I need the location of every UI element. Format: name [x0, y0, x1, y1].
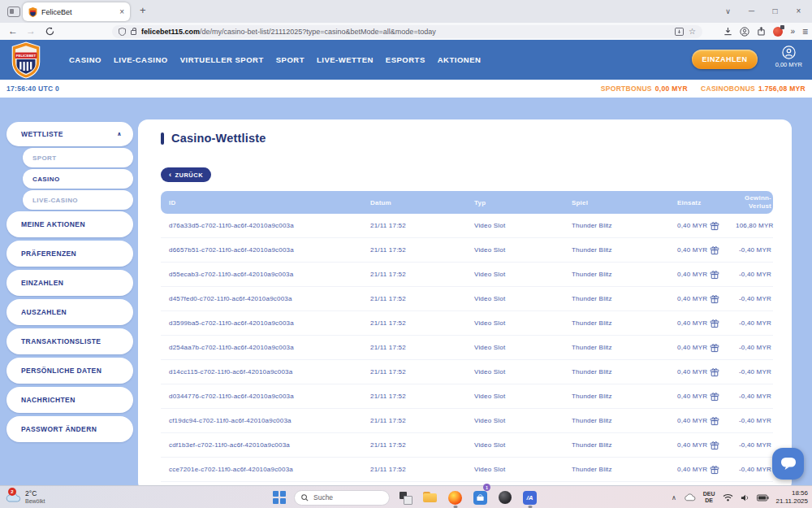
wifi-icon[interactable] [723, 493, 733, 501]
cell-gewinn-verlust: -0,40 MYR [736, 319, 773, 327]
deposit-button[interactable]: EINZAHLEN [692, 50, 758, 69]
firefox-view-icon[interactable] [7, 7, 20, 17]
cell-id: cdf1b3ef-c702-11f0-ac6f-42010a9c003a [161, 441, 364, 449]
lock-icon[interactable] [131, 30, 136, 35]
sidebar-subitem[interactable]: LIVE-CASINO [23, 190, 133, 210]
table-row: d76a33d5-c702-11f0-ac6f-42010a9c003a 21/… [161, 214, 773, 238]
nav-item[interactable]: VIRTUELLER SPORT [180, 55, 264, 64]
minimize-button[interactable]: ─ [740, 0, 763, 23]
cell-typ: Video Slot [468, 319, 565, 327]
sidebar-item[interactable]: PASSWORT ÄNDERN [6, 416, 133, 442]
file-explorer-icon[interactable] [423, 486, 437, 508]
favicon-shield-icon [28, 7, 37, 17]
desktops-app-icon[interactable] [400, 486, 412, 508]
balance: 0,00 MYR [775, 61, 802, 68]
back-icon[interactable]: ← [8, 23, 18, 40]
adblock-extension-icon[interactable] [773, 27, 783, 37]
cell-gewinn-verlust: -0,40 MYR [736, 393, 773, 400]
tray-chevron-icon[interactable]: ∧ [672, 494, 676, 501]
weather-alert-badge: 2 [8, 488, 16, 496]
share-extension-icon[interactable] [757, 27, 766, 36]
profile-widget[interactable]: 0,00 MYR [775, 46, 802, 68]
sidebar-item[interactable]: TRANSAKTIONSLISTE [6, 328, 133, 354]
gift-icon [710, 416, 719, 426]
sidebar-item[interactable]: PERSÖNLICHE DATEN [6, 358, 133, 384]
cell-gewinn-verlust: 106,80 MYR [736, 222, 775, 229]
cell-id: d3599ba5-c702-11f0-ac6f-42010a9c003a [161, 319, 364, 327]
browser-tab[interactable]: FeliceBet × [23, 2, 130, 21]
cell-gewinn-verlust: -0,40 MYR [736, 271, 773, 278]
onedrive-cloud-icon[interactable] [684, 493, 696, 501]
cell-id: d76a33d5-c702-11f0-ac6f-42010a9c003a [161, 222, 364, 229]
forward-icon[interactable]: → [26, 23, 36, 40]
col-header-datum: Datum [364, 199, 468, 206]
sidebar-subitem[interactable]: SPORT [23, 148, 133, 167]
nav-item[interactable]: LIVE-CASINO [114, 55, 168, 64]
cell-spiel: Thunder Blitz [565, 319, 671, 327]
title-accent-bar [161, 132, 164, 145]
close-button[interactable]: × [787, 0, 810, 23]
cell-einsatz: 0,40 MYR [671, 270, 736, 280]
cell-id: d254aa7b-c702-11f0-ac6f-42010a9c003a [161, 344, 364, 351]
sidebar-item[interactable]: NACHRICHTEN [6, 387, 133, 413]
taskbar-icons: 1 /A [400, 486, 537, 508]
col-header-einsatz: Einsatz [671, 199, 736, 206]
taskbar-search[interactable]: Suche [294, 490, 390, 506]
sidebar-item[interactable]: EINZAHLEN [6, 270, 133, 296]
account-icon[interactable] [740, 27, 749, 37]
bookmark-star-icon[interactable]: ☆ [689, 27, 696, 36]
title-row: Casino-Wettliste [161, 131, 773, 145]
dark-app-icon[interactable] [499, 486, 512, 508]
overflow-menu-icon[interactable]: » [790, 28, 795, 36]
tab-list-icon[interactable]: ∨ [716, 0, 740, 23]
sidebar-item[interactable]: AUSZAHLEN [6, 299, 133, 325]
tracking-protection-shield-icon[interactable] [119, 28, 126, 36]
taskbar-clock[interactable]: 18:56 21.11.2025 [776, 489, 808, 505]
sidebar-item[interactable]: MEINE AKTIONEN [6, 211, 133, 237]
new-tab-button[interactable]: + [140, 5, 146, 15]
start-button[interactable] [273, 491, 286, 504]
tab-title: FeliceBet [41, 8, 115, 16]
save-page-icon[interactable] [675, 28, 684, 36]
table-row: d254aa7b-c702-11f0-ac6f-42010a9c003a 21/… [161, 336, 773, 360]
battery-icon[interactable] [757, 494, 769, 501]
cell-typ: Video Slot [468, 417, 565, 424]
sidebar-item[interactable]: WETTLISTE ∧ [6, 122, 133, 146]
maximize-button[interactable]: □ [763, 0, 787, 23]
live-chat-button[interactable] [772, 448, 804, 480]
gift-icon [710, 319, 719, 328]
col-header-gewinn-verlust: Gewinn-Verlust [736, 194, 773, 211]
tray-time: 18:56 [792, 489, 808, 497]
nav-item[interactable]: CASINO [69, 55, 102, 64]
hamburger-menu-icon[interactable]: ≡ [802, 27, 808, 37]
weather-widget[interactable]: 2 2°C Bewölkt [5, 486, 45, 508]
downloads-icon[interactable] [723, 27, 732, 36]
table-row: d6657b51-c702-11f0-ac6f-42010a9c003a 21/… [161, 238, 773, 263]
microsoft-store-icon[interactable]: 1 [473, 486, 487, 508]
tab-close-icon[interactable]: × [119, 8, 124, 16]
sidebar-item[interactable]: PRÄFERENZEN [6, 241, 133, 267]
url-bar[interactable]: felicebet115.com/de/my/casino-bet-list/2… [112, 25, 702, 38]
cell-datum: 21/11 17:52 [364, 368, 468, 376]
gift-icon [710, 465, 719, 475]
sidebar-subitem[interactable]: CASINO [23, 169, 133, 189]
nav-item[interactable]: ESPORTS [386, 55, 425, 64]
firefox-icon[interactable] [448, 486, 462, 508]
slash-a-app-icon[interactable]: /A [523, 486, 537, 508]
cell-gewinn-verlust: -0,40 MYR [736, 466, 773, 473]
cell-datum: 21/11 17:52 [364, 344, 468, 351]
nav-item[interactable]: SPORT [276, 55, 304, 64]
tray-date: 21.11.2025 [776, 497, 808, 506]
volume-icon[interactable] [741, 493, 749, 502]
cell-einsatz: 0,40 MYR [671, 319, 736, 328]
gift-icon [710, 392, 719, 402]
profile-icon[interactable] [782, 46, 796, 59]
taskbar: 2 2°C Bewölkt Suche 1 [0, 485, 812, 508]
reload-icon[interactable] [45, 27, 54, 36]
language-indicator[interactable]: DEU DE [703, 491, 715, 503]
felicebet-logo[interactable]: FELICEBET [9, 41, 43, 79]
nav-item[interactable]: LIVE-WETTEN [317, 55, 374, 64]
back-button[interactable]: ‹ ZURÜCK [161, 167, 211, 182]
sportbonus: SPORTBONUS 0,00 MYR [601, 85, 688, 93]
nav-item[interactable]: AKTIONEN [438, 55, 482, 64]
